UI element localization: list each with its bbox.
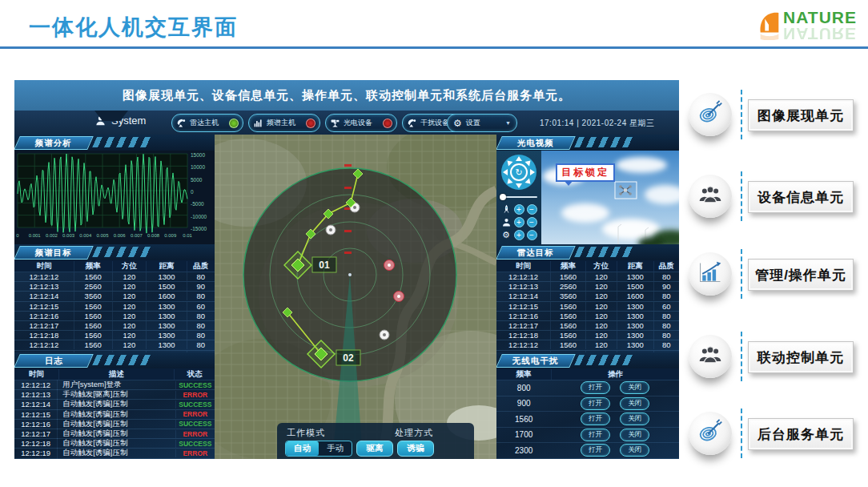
radar-target-cell: 12:12:15	[496, 302, 550, 311]
work-mode-toggle[interactable]: 自动 手动	[285, 441, 352, 457]
minus-button[interactable]: −	[527, 230, 537, 240]
spectrum-target-cell: 120	[112, 272, 147, 281]
log-cell: ERROR	[175, 449, 215, 457]
radar-target-cell: 12:12:18	[496, 331, 550, 340]
close-button[interactable]: 关闭	[620, 381, 649, 394]
device-button-spectrum-bars[interactable]: 频谱主机	[248, 114, 320, 132]
minus-button[interactable]: −	[527, 204, 537, 215]
log-cell: 12:12:16	[14, 420, 57, 429]
stripes-decoration	[92, 355, 155, 365]
device-status-buttons: 雷达主机频谱主机光电设备干扰设备	[171, 114, 474, 132]
jammer-panel-title: 无线电干扰	[512, 356, 559, 367]
log-cell: 12:12:14	[14, 400, 57, 409]
log-cell: 自动触发[诱骗]压制	[57, 448, 175, 458]
plus-button[interactable]: +	[514, 230, 524, 240]
log-column-header: 描述	[58, 369, 175, 380]
log-cell: 手动触发[驱离]压制	[57, 389, 175, 400]
open-button[interactable]: 打开	[581, 429, 610, 441]
spectrum-target-cell: 120	[112, 292, 147, 300]
jammer-operations: 打开关闭	[551, 381, 679, 394]
radar-target-column-header: 频率	[550, 261, 585, 272]
radar-target-row: 12:12:121560120130080	[496, 340, 679, 350]
spectrum-target-cell: 90	[187, 282, 215, 291]
jammer-column-header: 频率	[496, 369, 551, 380]
logo-flame-icon	[756, 10, 783, 40]
log-cell: SUCCESS	[175, 381, 215, 389]
radar-target-cell: 1300	[617, 340, 653, 349]
map-view[interactable]: 01 02 工作模式 处理方式 自动 手动	[215, 135, 496, 459]
spectrum-targets-panel: 频谱目标 时间频率方位距离品质12:12:12156012013008012:1…	[14, 244, 215, 352]
svg-text:0.004: 0.004	[79, 233, 92, 238]
logo-text-reflection: NATURE	[783, 26, 857, 42]
auto-mode-option[interactable]: 自动	[286, 441, 319, 456]
radar-target-cell: 1300	[617, 312, 653, 320]
radar-target-cell: 80	[653, 331, 679, 340]
radar-targets-panel: 雷达目标 时间频率方位距离品质12:12:12156012013008012:1…	[496, 244, 679, 352]
radar-target-row: 12:12:121560120130080	[496, 272, 679, 282]
open-button[interactable]: 打开	[581, 444, 610, 457]
device-button-radar-dish[interactable]: 雷达主机	[171, 114, 243, 132]
spectrum-target-cell: 80	[187, 312, 215, 320]
radar-target-cell: 1560	[550, 340, 585, 349]
people-group-icon	[697, 342, 723, 371]
open-button[interactable]: 打开	[581, 413, 610, 425]
jammer-operations: 打开关闭	[551, 429, 679, 441]
ptz-dpad[interactable]: ↻	[500, 154, 537, 191]
decoy-button[interactable]: 诱骗	[397, 441, 434, 457]
spectrum-target-cell: 120	[112, 282, 147, 291]
radar-targets-title: 雷达目标	[517, 248, 554, 259]
header-divider	[0, 46, 868, 49]
minus-button[interactable]: −	[527, 217, 537, 227]
spectrum-target-row: 12:12:181560120130080	[14, 331, 215, 340]
spectrum-target-cell: 12:12:12	[14, 340, 74, 349]
radar-target-cell: 1500	[617, 282, 653, 291]
dashed-connector	[741, 332, 742, 381]
expel-button[interactable]: 驱离	[356, 441, 393, 457]
plus-button[interactable]: +	[514, 217, 524, 227]
radar-target-row: 12:12:143560120160080	[496, 292, 679, 301]
ptz-camera-icon	[330, 118, 340, 128]
log-table: 时间描述状态12:12:12用户[system]登录SUCCESS12:12:1…	[14, 368, 215, 459]
jammer-row: 1560打开关闭	[496, 412, 679, 428]
radar-target-cell: 1560	[550, 321, 585, 330]
zoom-slider[interactable]	[500, 194, 537, 200]
device-button-ptz-camera[interactable]: 光电设备	[325, 114, 397, 132]
legend-icon-circle-2	[689, 252, 732, 296]
radar-target-cell: 120	[585, 272, 617, 281]
legend-label: 后台服务单元	[757, 425, 844, 444]
radar-target-cell: 1560	[550, 331, 585, 340]
spectrum-analysis-panel: 频谱分析 150001000050000-5000-10000-1500000.…	[14, 135, 215, 244]
status-dot	[383, 119, 392, 128]
close-button[interactable]: 关闭	[620, 429, 649, 441]
legend-label-box-4: 后台服务单元	[748, 418, 854, 450]
spectrum-target-row: 12:12:171560120130080	[14, 321, 215, 331]
radar-target-cell: 3560	[550, 292, 585, 300]
close-button[interactable]: 关闭	[620, 397, 649, 410]
legend-label-box-2: 管理/操作单元	[748, 259, 854, 291]
manual-mode-option[interactable]: 手动	[319, 441, 352, 456]
panel-title-bar: 光电视频	[496, 135, 679, 151]
radar-target-cell: 80	[653, 292, 679, 300]
panel-title-bar: 日志	[14, 352, 215, 369]
slider-knob[interactable]	[500, 194, 506, 200]
spectrum-target-row: 12:12:121560120130080	[14, 340, 215, 350]
spectrum-target-cell: 80	[187, 321, 215, 330]
close-button[interactable]: 关闭	[620, 444, 649, 457]
jammer-row: 2300打开关闭	[496, 443, 679, 459]
spectrum-target-cell: 1500	[146, 282, 186, 291]
jammer-row: 2600打开关闭	[496, 459, 679, 460]
log-cell: 12:12:12	[14, 380, 57, 389]
open-button[interactable]: 打开	[581, 381, 610, 394]
settings-button[interactable]: ⚙ 设置 ▼	[447, 114, 517, 132]
panel-title-bar: 频谱分析	[14, 135, 215, 151]
spectrum-panel-title: 频谱分析	[35, 138, 72, 149]
radar-target-cell: 12:12:16	[496, 312, 550, 320]
close-button[interactable]: 关闭	[620, 413, 649, 425]
radar-target-cell: 120	[585, 312, 617, 320]
stripes-decoration	[574, 247, 637, 257]
radar-targets-table: 时间频率方位距离品质12:12:12156012013008012:12:132…	[496, 260, 679, 352]
radar-target-cell: 60	[653, 302, 679, 311]
plus-button[interactable]: +	[514, 204, 524, 215]
open-button[interactable]: 打开	[581, 397, 610, 410]
log-cell: ERROR	[175, 430, 215, 438]
